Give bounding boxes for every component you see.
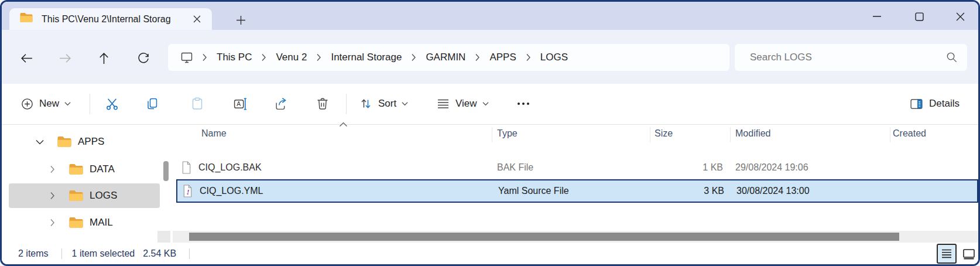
status-bar: 2 items 1 item selected 2.54 KB: [2, 243, 978, 264]
share-button[interactable]: [268, 92, 294, 115]
chevron-down-icon: [482, 101, 489, 106]
sort-arrows-icon: [359, 97, 373, 111]
copy-button[interactable]: [139, 92, 166, 115]
rename-button[interactable]: A: [227, 92, 253, 115]
back-arrow-icon: [19, 51, 34, 66]
file-name: CIQ_LOG.YML: [200, 186, 263, 196]
breadcrumb-this-pc[interactable]: This PC: [213, 49, 255, 66]
new-tab-button[interactable]: [231, 11, 250, 29]
up-button[interactable]: [91, 46, 116, 70]
back-button[interactable]: [13, 46, 39, 70]
breadcrumb-internal-storage[interactable]: Internal Storage: [327, 49, 405, 66]
folder-icon: [68, 190, 84, 202]
column-divider[interactable]: [730, 127, 731, 142]
column-divider[interactable]: [890, 127, 890, 142]
tab-bar: This PC\Venu 2\Internal Storag: [2, 2, 978, 30]
sidebar-item-label: MAIL: [90, 217, 113, 229]
breadcrumb-logs[interactable]: LOGS: [537, 49, 571, 66]
plus-circle-icon: [20, 97, 34, 111]
toolbar-divider: [90, 94, 90, 114]
close-window-button[interactable]: [946, 6, 974, 26]
thumbnails-view-toggle-button[interactable]: [961, 246, 976, 262]
monitor-icon[interactable]: [180, 50, 194, 64]
breadcrumb-apps[interactable]: APPS: [486, 49, 519, 66]
share-icon: [274, 97, 289, 111]
breadcrumb-garmin[interactable]: GARMIN: [422, 49, 469, 66]
paste-button[interactable]: [184, 92, 211, 115]
column-header-type[interactable]: Type: [497, 128, 518, 139]
file-row-ciq-log-bak[interactable]: CIQ_LOG.BAK BAK File 1 KB 29/08/2024 19:…: [176, 156, 978, 179]
refresh-icon: [136, 51, 150, 65]
delete-button[interactable]: [309, 92, 336, 115]
sidebar-item-logs[interactable]: LOGS: [2, 185, 161, 207]
chevron-right-icon[interactable]: [411, 53, 416, 62]
sidebar-item-label: APPS: [78, 136, 104, 148]
status-divider: [189, 248, 190, 259]
forward-button[interactable]: [52, 46, 78, 70]
column-divider[interactable]: [650, 127, 650, 142]
close-icon: [193, 15, 201, 23]
paste-icon: [190, 97, 204, 111]
new-button-label: New: [39, 98, 59, 110]
details-pane-button[interactable]: Details: [903, 92, 965, 115]
chevron-right-icon[interactable]: [261, 53, 266, 62]
folder-icon: [68, 217, 84, 229]
magnifier-icon[interactable]: [945, 51, 958, 66]
chevron-right-icon[interactable]: [316, 53, 321, 62]
column-divider[interactable]: [492, 127, 492, 142]
file-explorer-window: This PC\Venu 2\Internal Storag: [0, 0, 980, 266]
tab-close-button[interactable]: [188, 11, 205, 28]
copy-icon: [145, 97, 159, 111]
chevron-right-icon[interactable]: [50, 219, 55, 227]
tab-title: This PC\Venu 2\Internal Storag: [42, 14, 187, 25]
column-header-modified[interactable]: Modified: [735, 128, 770, 139]
maximize-button[interactable]: [905, 6, 933, 26]
details-pane-icon: [909, 97, 924, 111]
command-toolbar: New A Sort View: [2, 84, 978, 124]
more-dots-icon: [516, 96, 531, 111]
breadcrumb: This PC Venu 2 Internal Storage GARMIN A…: [168, 44, 729, 71]
sidebar-item-mail[interactable]: MAIL: [2, 212, 161, 234]
chevron-down-icon: [64, 101, 71, 106]
chevron-down-icon[interactable]: [36, 139, 44, 145]
search-input[interactable]: [735, 44, 967, 71]
chevron-right-icon[interactable]: [475, 53, 480, 62]
content-divider: [2, 124, 978, 125]
selection-size: 2.54 KB: [143, 248, 176, 259]
sidebar-item-data[interactable]: DATA: [2, 158, 161, 180]
details-view-toggle-button[interactable]: [937, 244, 957, 264]
explorer-tab[interactable]: This PC\Venu 2\Internal Storag: [9, 8, 212, 30]
chevron-right-icon[interactable]: [50, 192, 55, 200]
forward-arrow-icon: [58, 51, 73, 66]
selection-count: 1 item selected: [72, 248, 135, 259]
svg-text:!: !: [187, 187, 190, 196]
breadcrumb-venu-2[interactable]: Venu 2: [272, 49, 310, 66]
chevron-right-icon[interactable]: [50, 165, 55, 173]
sidebar-scrollbar-thumb[interactable]: [163, 161, 169, 181]
sidebar-item-label: LOGS: [90, 190, 117, 202]
file-type: Yaml Source File: [498, 186, 569, 196]
more-options-button[interactable]: [510, 92, 537, 115]
cut-button[interactable]: [98, 92, 125, 115]
close-icon: [956, 12, 965, 21]
new-button[interactable]: New: [15, 92, 77, 115]
column-header-name[interactable]: Name: [201, 128, 227, 139]
refresh-button[interactable]: [131, 46, 156, 70]
horizontal-scrollbar-track[interactable]: [173, 231, 978, 243]
chevron-down-icon: [402, 101, 408, 106]
minimize-button[interactable]: [863, 6, 891, 26]
column-header-created[interactable]: Created: [893, 128, 926, 139]
sidebar-item-apps[interactable]: APPS: [2, 131, 161, 153]
horizontal-scrollbar-thumb[interactable]: [189, 233, 899, 241]
sort-button[interactable]: Sort: [353, 92, 414, 115]
plus-icon: [237, 16, 245, 25]
chevron-right-icon[interactable]: [526, 53, 531, 62]
file-row-ciq-log-yml[interactable]: ! CIQ_LOG.YML Yaml Source File 3 KB 30/0…: [176, 179, 978, 203]
column-header-size[interactable]: Size: [655, 128, 673, 139]
status-divider: [61, 248, 62, 259]
view-button[interactable]: View: [430, 92, 495, 115]
svg-text:A: A: [237, 101, 241, 107]
view-button-label: View: [455, 98, 477, 110]
chevron-right-icon[interactable]: [202, 53, 207, 62]
rename-icon: A: [233, 97, 248, 111]
